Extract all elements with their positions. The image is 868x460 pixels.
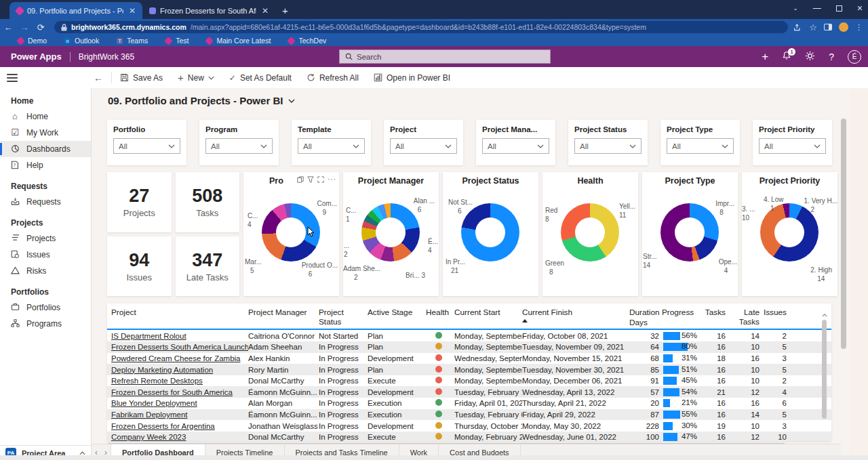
project-link[interactable]: IS Department Rolout	[111, 332, 248, 340]
project-manager-cell: Jonathan Weisglass	[248, 422, 319, 430]
bookmark-favicon-icon	[205, 37, 214, 45]
project-link[interactable]: Frozen Desserts for South America	[111, 388, 248, 396]
bookmark-item[interactable]: Demo	[18, 37, 47, 45]
command-back-icon[interactable]: ←	[94, 72, 103, 83]
focus-mode-icon[interactable]	[317, 176, 324, 183]
tab-close-icon[interactable]: ✕	[260, 6, 270, 16]
address-bar[interactable]: brightwork365.crm.dynamics.com/main.aspx…	[54, 21, 788, 33]
open-in-power-bi-button[interactable]: Open in Power BI	[374, 73, 450, 83]
filter-project-select[interactable]: All	[390, 138, 457, 154]
col-current-start[interactable]: Current Start	[454, 308, 522, 327]
sidebar-item-issues[interactable]: Issues	[0, 247, 91, 263]
col-issues[interactable]: Issues	[762, 308, 789, 327]
project-link[interactable]: Company Week 2023	[111, 433, 248, 441]
project-link[interactable]: Fabrikam Deployment	[111, 411, 248, 419]
add-icon[interactable]: +	[762, 50, 768, 64]
col-current-finish[interactable]: Current Finish	[522, 308, 629, 327]
tab-close-icon[interactable]: ✕	[127, 6, 137, 16]
bookmark-item[interactable]: TTeams	[117, 37, 148, 45]
new-button[interactable]: + New	[178, 72, 214, 83]
sidebar-item-risks[interactable]: Risks	[0, 263, 91, 279]
share-icon[interactable]	[793, 23, 802, 32]
scroll-thumb[interactable]	[841, 119, 846, 349]
project-type-donut[interactable]	[660, 203, 719, 262]
table-row: Powdered Cream Cheese for ZambiaAlex Han…	[107, 353, 831, 364]
global-search-input[interactable]: Search	[339, 49, 551, 64]
bookmark-item[interactable]: oOutlook	[64, 37, 99, 45]
page-horizontal-scrollbar[interactable]	[0, 455, 868, 460]
project-link[interactable]: Frozen Desserts South America Launch	[111, 343, 248, 351]
filter-project-manager-select[interactable]: All	[482, 138, 549, 154]
side-panel-icon[interactable]	[824, 24, 832, 30]
col-duration-days[interactable]: Duration Days	[629, 308, 662, 327]
col-health[interactable]: Health	[426, 308, 454, 327]
more-options-icon[interactable]: ···	[328, 175, 336, 183]
power-apps-brand[interactable]: Power Apps	[11, 51, 62, 62]
browser-tab-active[interactable]: 09. Portfolio and Projects - Pow... ✕	[9, 2, 142, 19]
scroll-up-icon[interactable]	[822, 314, 827, 317]
bookmark-star-icon[interactable]: ☆	[809, 22, 817, 33]
filter-template-select[interactable]: All	[298, 138, 365, 154]
project-manager-donut[interactable]	[361, 203, 420, 262]
sidebar-item-portfolios[interactable]: Portfolios	[0, 299, 91, 316]
col-project-status[interactable]: Project Status	[319, 308, 368, 327]
browser-tab-inactive[interactable]: Frozen Desserts for South Africa ✕	[142, 2, 275, 19]
window-close-icon[interactable]: ×	[857, 3, 863, 14]
sidebar-item-help[interactable]: ?Help	[0, 157, 91, 173]
bookmark-item[interactable]: Test	[165, 37, 189, 45]
bookmark-item[interactable]: TechDev	[288, 37, 326, 45]
scroll-thumb[interactable]	[822, 320, 827, 419]
health-cell	[426, 343, 454, 351]
refresh-all-button[interactable]: Refresh All	[307, 73, 359, 83]
browser-profile-avatar[interactable]	[839, 22, 848, 32]
col-project[interactable]: Project	[111, 308, 248, 327]
filter-funnel-icon[interactable]	[307, 176, 314, 183]
filter-project-status-select[interactable]: All	[574, 138, 642, 154]
window-minimize-icon[interactable]: —	[813, 3, 821, 13]
project-link[interactable]: Blue Yonder Deployment	[111, 399, 248, 407]
filter-project-type-select[interactable]: All	[667, 138, 734, 154]
project-link[interactable]: Frozen Desserts for Argentina	[111, 422, 248, 430]
sidebar-item-programs[interactable]: Programs	[0, 316, 91, 332]
project-link[interactable]: Deploy Marketing Automation	[111, 366, 248, 374]
filter-portfolio-select[interactable]: All	[113, 138, 180, 154]
bookmark-item[interactable]: Main Core Latest	[206, 37, 271, 45]
project-link[interactable]: Refresh Remote Desktops	[111, 377, 248, 385]
col-active-stage[interactable]: Active Stage	[368, 308, 426, 327]
chevron-down-icon	[260, 144, 267, 148]
sidebar-item-my-work[interactable]: ☑My Work	[0, 125, 91, 141]
notifications-bell-icon[interactable]: 1	[782, 51, 791, 62]
app-name[interactable]: BrightWork 365	[79, 52, 134, 62]
hamburger-menu-icon[interactable]	[7, 72, 18, 84]
help-question-icon[interactable]: ?	[829, 51, 834, 62]
sidebar-item-home[interactable]: ⌂Home	[0, 108, 91, 125]
col-progress[interactable]: Progress	[662, 308, 703, 327]
issues-cell: 6	[762, 399, 789, 407]
forward-icon[interactable]: →	[16, 22, 33, 33]
col-project-manager[interactable]: Project Manager	[248, 308, 319, 327]
new-tab-button[interactable]: +	[282, 5, 288, 16]
issues-cell: 3	[762, 354, 789, 362]
back-icon[interactable]: ←	[0, 22, 16, 33]
tab-search-icon[interactable]: ⌄	[793, 5, 798, 12]
settings-gear-icon[interactable]	[805, 51, 815, 63]
table-vertical-scrollbar[interactable]	[822, 308, 827, 436]
sidebar-item-requests[interactable]: Requests	[0, 194, 91, 210]
page-vertical-scrollbar[interactable]	[841, 108, 846, 447]
copy-icon[interactable]	[297, 176, 304, 183]
health-donut[interactable]	[561, 203, 619, 262]
reload-icon[interactable]: ⟳	[33, 22, 49, 33]
window-maximize-icon[interactable]	[836, 5, 842, 12]
col-late-tasks[interactable]: Late Tasks	[728, 308, 762, 327]
col-tasks[interactable]: Tasks	[703, 308, 728, 327]
set-as-default-button[interactable]: ✓ Set As Default	[229, 73, 292, 83]
page-title[interactable]: 09. Portfolio and Projects - Power BI	[108, 95, 295, 106]
sidebar-item-projects[interactable]: Projects	[0, 230, 91, 247]
user-avatar[interactable]: É	[848, 50, 861, 64]
filter-program-select[interactable]: All	[205, 138, 273, 154]
project-link[interactable]: Powdered Cream Cheese for Zambia	[111, 354, 248, 362]
save-as-button[interactable]: Save As	[120, 73, 163, 83]
filter-project-priority-select[interactable]: All	[759, 138, 826, 154]
sidebar-item-dashboards[interactable]: Dashboards	[0, 141, 91, 157]
browser-menu-icon[interactable]: ⋮	[855, 23, 863, 32]
